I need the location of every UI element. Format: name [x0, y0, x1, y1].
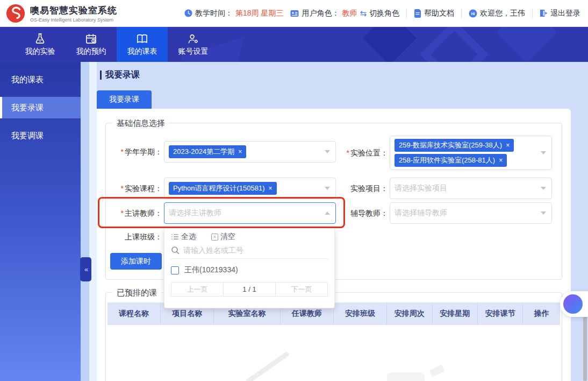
- lead-teacher-dropdown: 全选 × 清空 王伟(10219334): [164, 227, 335, 308]
- semester-select[interactable]: 2023-2024第二学期×: [164, 141, 336, 163]
- prev-page-button[interactable]: 上一页: [171, 282, 224, 297]
- dropdown-pagination: 上一页 1 / 1 下一页: [171, 282, 328, 297]
- sidebar-gap: [89, 62, 97, 381]
- lead-teacher-label: *主讲教师：: [97, 209, 162, 218]
- nav-tab-my-experiments[interactable]: 我的实验: [15, 27, 66, 62]
- caret-down-icon: [541, 151, 546, 154]
- caret-down-icon: [325, 150, 330, 153]
- empty-state-illustration: [429, 364, 444, 377]
- logo: 噢易智慧实验室系统 OS-Easy Intelligent Laboratory…: [5, 3, 117, 24]
- nav-decoration: [496, 27, 557, 62]
- tag-close-icon[interactable]: ×: [506, 142, 510, 149]
- tag-close-icon[interactable]: ×: [499, 157, 503, 164]
- teacher-search-input[interactable]: [183, 246, 328, 255]
- basic-info-legend: 基础信息选择: [112, 118, 169, 129]
- column-header: 课程名称: [107, 302, 160, 325]
- logout-link[interactable]: 退出登录: [540, 9, 580, 18]
- id-card-icon: [290, 10, 299, 17]
- empty-state-illustration: [245, 351, 290, 381]
- project-select[interactable]: 请选择实验项目: [390, 178, 552, 199]
- lab-location-tag: 259-数据库技术实验室(259-38人)×: [395, 139, 514, 152]
- tag-close-icon[interactable]: ×: [238, 148, 242, 156]
- collapse-icon: «: [84, 265, 87, 273]
- content: 我要录课 我要录课 基础信息选择 *学年学期： 2023-2024第二学期× *…: [97, 62, 588, 381]
- user-role: 用户角色： 教师 ⇆ 切换角色: [290, 9, 399, 18]
- course-tag: Python语言程序设计(150581)×: [169, 182, 277, 195]
- sidebar-item-my-schedule[interactable]: 我的课表: [0, 69, 81, 90]
- clock-icon: [184, 9, 192, 17]
- caret-down-icon: [541, 211, 546, 215]
- book-icon: [136, 33, 148, 45]
- main-nav: 我的实验 我的预约 我的课表: [0, 27, 588, 62]
- assistant-teacher-select[interactable]: 请选择辅导教师: [390, 202, 552, 224]
- app-subtitle: OS-Easy Intelligent Laboratory System: [30, 17, 117, 23]
- main-card: 基础信息选择 *学年学期： 2023-2024第二学期× *实验位置： 259-…: [97, 109, 571, 381]
- column-header: 安排周次: [386, 302, 432, 325]
- nav-tab-account-settings[interactable]: 账号设置: [168, 27, 219, 62]
- scheduled-table: 课程名称 项目名称 实验室名称 任课教师 安排班级 安排周次 安排星期 安排课节…: [107, 302, 560, 381]
- app-title: 噢易智慧实验室系统: [30, 4, 117, 17]
- semester-tag: 2023-2024第二学期×: [169, 145, 246, 158]
- ai-assistant-button[interactable]: Ai: [560, 291, 588, 317]
- sidebar-gap: [81, 62, 89, 381]
- header-divider: [461, 9, 462, 18]
- checkbox-unchecked[interactable]: [171, 266, 179, 274]
- table-empty-body: [107, 325, 560, 381]
- title-bar-decoration: [100, 70, 102, 80]
- nav-tab-my-schedule[interactable]: 我的课表: [117, 27, 168, 62]
- sidebar: 我的课表 我要录课 我要调课: [0, 62, 81, 381]
- teacher-search: [171, 246, 328, 259]
- flask-icon: [34, 33, 46, 45]
- column-header: 安排星期: [432, 302, 477, 325]
- calendar-icon: [85, 33, 97, 45]
- logo-icon: [5, 3, 26, 24]
- caret-up-icon: [325, 211, 330, 215]
- sidebar-item-record-course[interactable]: 我要录课: [0, 97, 81, 118]
- header-divider: [532, 9, 533, 18]
- page-indicator: 1 / 1: [223, 282, 276, 297]
- teaching-time-label: 教学时间：: [195, 9, 233, 18]
- add-class-hours-button[interactable]: 添加课时: [110, 253, 162, 270]
- empty-state-illustration: [387, 372, 425, 381]
- sidebar-item-adjust-course[interactable]: 我要调课: [0, 125, 81, 146]
- lab-location-tag: 258-应用软件实验室(258-81人)×: [395, 154, 507, 167]
- lab-location-label: *实验位置：: [340, 149, 388, 158]
- lead-teacher-select[interactable]: 请选择主讲教师: [164, 202, 336, 224]
- project-label: 实验项目：: [340, 184, 388, 194]
- column-header: 安排课节: [477, 302, 522, 325]
- caret-down-icon: [325, 187, 330, 190]
- ai-icon: Ai: [563, 294, 583, 314]
- header-divider: [406, 9, 407, 18]
- tag-close-icon[interactable]: ×: [269, 185, 273, 192]
- sidebar-collapse-handle[interactable]: «: [80, 257, 91, 281]
- column-header: 安排班级: [333, 302, 386, 325]
- logout-icon: [540, 9, 548, 17]
- tab-record-course[interactable]: 我要录课: [97, 90, 152, 109]
- class-label: 上课班级：: [97, 232, 162, 242]
- help-doc-link[interactable]: 帮助文档: [414, 9, 454, 18]
- nav-decoration: [420, 27, 488, 62]
- course-select[interactable]: Python语言程序设计(150581)×: [164, 178, 336, 199]
- nav-tab-my-reservations[interactable]: 我的预约: [66, 27, 117, 62]
- user-role-value: 教师: [342, 9, 357, 18]
- teacher-option[interactable]: 王伟(10219334): [171, 265, 328, 275]
- svg-text:Hi: Hi: [471, 11, 475, 15]
- app: 噢易智慧实验室系统 OS-Easy Intelligent Laboratory…: [0, 0, 588, 381]
- caret-down-icon: [541, 187, 546, 190]
- switch-role-icon: ⇆: [360, 9, 367, 18]
- hi-icon: Hi: [469, 9, 477, 18]
- next-page-button[interactable]: 下一页: [275, 282, 328, 297]
- user-settings-icon: [187, 33, 199, 45]
- teaching-time: 教学时间： 第18周 星期三: [184, 9, 283, 18]
- clear-icon: ×: [211, 234, 218, 241]
- page-title: 我要录课: [100, 69, 140, 81]
- switch-role-link[interactable]: 切换角色: [369, 9, 399, 18]
- lab-location-select[interactable]: 259-数据库技术实验室(259-38人)× 258-应用软件实验室(258-8…: [390, 136, 552, 170]
- document-icon: [414, 9, 421, 18]
- clear-button[interactable]: × 清空: [211, 232, 235, 242]
- search-icon: [171, 246, 180, 255]
- select-all-button[interactable]: 全选: [171, 232, 196, 242]
- select-all-icon: [171, 233, 179, 241]
- semester-label: *学年学期：: [97, 147, 162, 157]
- scheduled-legend: 已预排的课: [112, 288, 161, 298]
